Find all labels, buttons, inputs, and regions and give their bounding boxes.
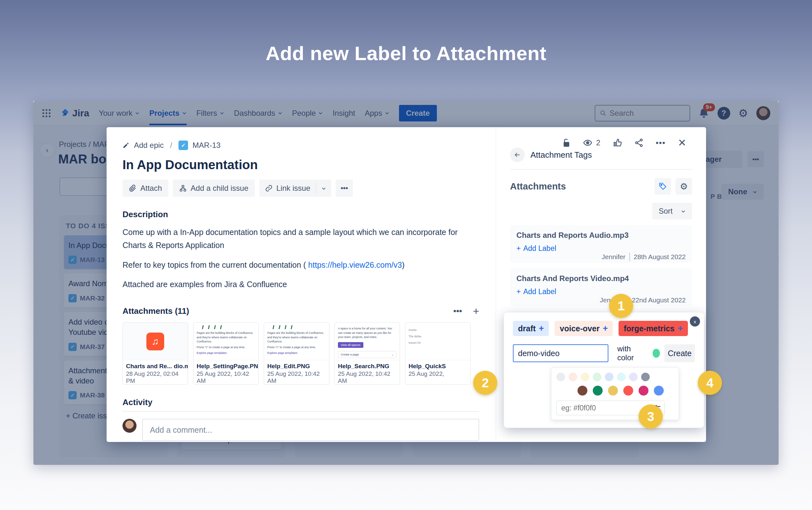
child-issue-icon [179, 184, 187, 192]
color-swatch[interactable] [639, 386, 648, 395]
selected-color-swatch[interactable] [652, 349, 660, 358]
modal-more-button[interactable]: ••• [656, 138, 666, 147]
attachment-card[interactable]: Pages are the building blocks of Conflue… [193, 322, 259, 385]
link-issue-dropdown-caret[interactable] [316, 186, 331, 191]
color-swatch[interactable] [593, 373, 601, 381]
attachments-add-button[interactable]: + [473, 305, 479, 317]
existing-tags: draft+ voice-over+ forge-metrics+ [513, 321, 695, 336]
toolbar-more-button[interactable]: ••• [336, 180, 353, 197]
watch-icon[interactable] [583, 138, 592, 148]
attachment-thumbnails: ♫ Charts and Re... dio.mp3 28 Aug 2022, … [122, 322, 479, 385]
jira-app-window: Jira Your work Projects Filters Dashboar… [33, 101, 779, 465]
sort-row: Sort [510, 203, 692, 219]
music-note-icon: ♫ [146, 333, 164, 350]
unlock-icon[interactable] [561, 138, 571, 148]
issue-modal: 2 ••• ✕ Add epic / ✓ MAR-13 In App Docum… [107, 127, 706, 442]
comment-row [122, 419, 479, 441]
watch-count: 2 [596, 138, 601, 147]
attachment-tags-panel: Attachment Tags Attachments ⚙ Sort [496, 127, 706, 442]
close-icon: x [694, 319, 696, 324]
color-swatch[interactable] [593, 386, 603, 395]
comment-input[interactable] [142, 419, 479, 441]
create-label-popup: x draft+ voice-over+ forge-metrics+ [504, 312, 704, 428]
color-swatch[interactable] [629, 373, 638, 381]
palette-row-light [556, 373, 674, 381]
popup-close-button[interactable]: x [690, 317, 700, 327]
attachment-card[interactable]: morito The defau issues for Help_QuickS … [405, 322, 471, 385]
screenshot-thumbnail: Pages are the building blocks of Conflue… [194, 323, 258, 360]
screenshot-thumbnail: Pages are the building blocks of Conflue… [264, 323, 329, 360]
link-icon [265, 184, 273, 192]
new-label-input[interactable] [513, 344, 608, 362]
color-swatch[interactable] [581, 373, 589, 381]
issue-title[interactable]: In App Documentation [122, 158, 479, 172]
plus-icon: + [516, 288, 521, 296]
attachment-card[interactable]: A space is a home for all your content. … [335, 322, 400, 385]
description-section: Description Come up with a In-App docume… [122, 210, 479, 291]
color-swatch[interactable] [605, 373, 613, 381]
description-paragraph: Attached are examples from Jira & Conflu… [122, 278, 466, 291]
screenshot-thumbnail: A space is a home for all your content. … [335, 323, 400, 360]
attachment-meta: Jennifer28th August 2022 [602, 253, 686, 261]
color-swatch[interactable] [617, 373, 626, 381]
add-epic-link[interactable]: Add epic [134, 141, 164, 150]
tag-icon [659, 182, 667, 190]
task-type-icon: ✓ [178, 141, 188, 150]
sort-dropdown[interactable]: Sort [652, 203, 692, 219]
color-swatch[interactable] [569, 373, 577, 381]
step-badge-4: 4 [698, 371, 722, 395]
create-label-button[interactable]: Create [664, 344, 695, 362]
plus-icon[interactable]: + [603, 324, 608, 333]
color-swatch[interactable] [641, 373, 650, 381]
add-label-button[interactable]: +Add Label [516, 288, 686, 296]
panel-header: Attachment Tags [510, 148, 692, 170]
audio-thumbnail: ♫ [123, 323, 188, 360]
color-swatch[interactable] [556, 373, 565, 381]
panel-settings-button[interactable]: ⚙ [675, 178, 692, 194]
step-badge-1: 1 [609, 294, 633, 318]
issue-key-link[interactable]: MAR-13 [193, 141, 221, 150]
attachments-header: Attachments (11) ••• + [122, 305, 479, 317]
back-button[interactable] [510, 148, 525, 162]
attachment-card[interactable]: Pages are the building blocks of Conflue… [264, 322, 329, 385]
add-label-button[interactable]: +Add Label [516, 244, 686, 253]
attachment-card-audio[interactable]: ♫ Charts and Re... dio.mp3 28 Aug 2022, … [122, 322, 188, 385]
description-paragraph: Come up with a In-App documentation topi… [122, 226, 466, 252]
step-badge-2: 2 [473, 371, 497, 395]
color-swatch[interactable] [608, 386, 618, 395]
attachments-heading: Attachments (11) [122, 306, 189, 316]
illustration-fragment [273, 325, 326, 329]
link-issue-split-button[interactable]: Link issue [259, 180, 331, 197]
tag-filter-button[interactable] [655, 178, 671, 194]
plus-icon: + [516, 244, 521, 253]
color-swatch[interactable] [654, 386, 664, 395]
user-avatar [122, 419, 137, 433]
activity-heading: Activity [122, 397, 479, 412]
illustration-fragment [202, 325, 255, 329]
description-heading: Description [122, 210, 479, 219]
edit-pencil-icon [122, 142, 129, 149]
chevron-down-icon [321, 186, 326, 191]
share-icon[interactable] [634, 138, 644, 148]
panel-title: Attachment Tags [530, 150, 592, 160]
like-icon[interactable] [612, 138, 622, 148]
issue-breadcrumb: Add epic / ✓ MAR-13 [122, 141, 479, 150]
attachments-more-button[interactable]: ••• [454, 306, 462, 316]
plus-icon[interactable]: + [678, 324, 683, 333]
palette-row-bold [578, 386, 674, 395]
with-color-label: with color [617, 344, 645, 362]
description-paragraph: Refer to key topics from the current doc… [122, 259, 466, 272]
modal-close-icon[interactable]: ✕ [678, 137, 686, 149]
tag-chip-forge-metrics[interactable]: forge-metrics+ [618, 321, 688, 336]
tag-chip-voice-over[interactable]: voice-over+ [555, 321, 613, 336]
issue-toolbar: Attach Add a child issue Link issue [122, 180, 479, 197]
tag-chip-draft[interactable]: draft+ [513, 321, 549, 336]
chevron-down-icon [681, 209, 686, 214]
attach-button[interactable]: Attach [122, 180, 168, 197]
plus-icon[interactable]: + [539, 324, 544, 333]
attachment-list-item: Charts And Reports Video.mp4 +Add Label … [510, 268, 692, 306]
documentation-link[interactable]: https://help.view26.com/v3 [308, 261, 402, 269]
add-child-issue-button[interactable]: Add a child issue [173, 180, 255, 197]
color-swatch[interactable] [578, 386, 587, 395]
color-swatch[interactable] [623, 386, 633, 395]
